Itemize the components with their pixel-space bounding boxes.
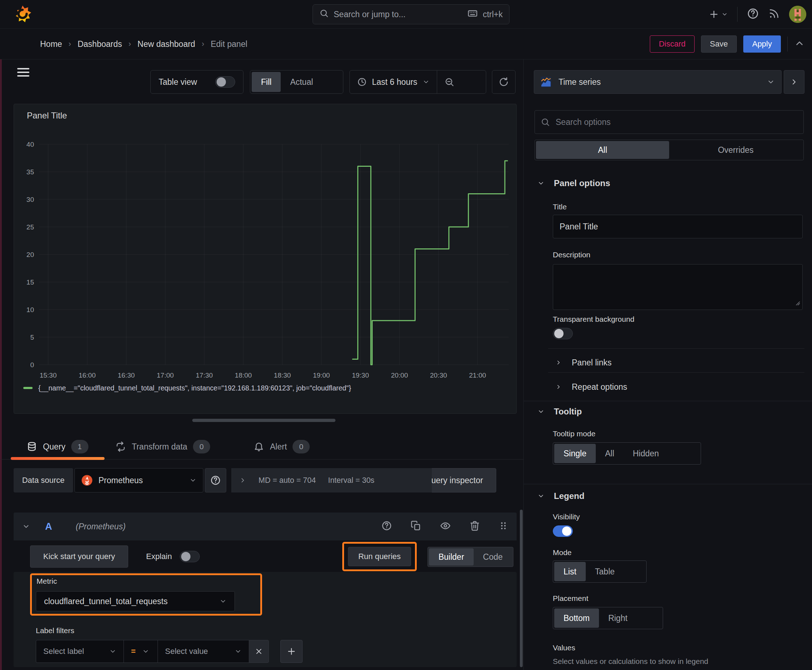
svg-text:17:30: 17:30: [196, 372, 213, 379]
legend-values-hint: Select values or calculations to show in…: [553, 657, 708, 666]
legend-mode-group: List Table: [553, 560, 647, 583]
breadcrumb-new-dashboard[interactable]: New dashboard: [137, 39, 195, 49]
select-value-dropdown[interactable]: Select value: [158, 640, 249, 663]
query-row-header[interactable]: A (Prometheus): [14, 513, 517, 540]
save-button[interactable]: Save: [701, 36, 737, 52]
time-range-label: Last 6 hours: [372, 77, 417, 87]
tab-all[interactable]: All: [536, 141, 669, 159]
panel-links-section-header[interactable]: Panel links: [555, 353, 612, 372]
legend-mode-list[interactable]: List: [554, 562, 586, 581]
fill-option[interactable]: Fill: [252, 72, 281, 92]
table-view-toggle[interactable]: [215, 76, 235, 88]
tooltip-mode-hidden[interactable]: Hidden: [624, 444, 668, 463]
chevron-down-icon: [537, 492, 544, 500]
tab-transform-data[interactable]: Transform data 0: [115, 434, 210, 460]
tab-transform-label: Transform data: [132, 442, 187, 452]
remove-filter-button[interactable]: [249, 640, 269, 663]
svg-text:15:30: 15:30: [40, 372, 57, 379]
actual-option[interactable]: Actual: [281, 72, 322, 92]
tab-overrides[interactable]: Overrides: [669, 141, 802, 159]
kick-start-query-button[interactable]: Kick start your query: [30, 545, 128, 568]
query-options-summary[interactable]: MD = auto = 704 Interval = 30s: [231, 468, 432, 492]
legend-section-header[interactable]: Legend: [537, 491, 584, 501]
explain-toggle[interactable]: [180, 551, 200, 562]
query-datasource-name: (Prometheus): [76, 522, 125, 531]
panel-links-label: Panel links: [572, 358, 612, 367]
explain-control: Explain: [146, 545, 200, 568]
global-search-input[interactable]: Search or jump to... ctrl+k: [312, 4, 509, 24]
datasource-label: Data source: [14, 468, 73, 492]
query-editor-body: Metric cloudflared_tunnel_total_requests…: [14, 572, 517, 667]
drag-query-handle[interactable]: [499, 520, 508, 533]
description-textarea[interactable]: [553, 264, 803, 310]
time-range-control: Last 6 hours: [349, 70, 486, 94]
label-filters-label: Label filters: [36, 626, 74, 635]
prometheus-icon: [81, 475, 93, 486]
operator-dropdown[interactable]: =: [124, 640, 158, 663]
breadcrumb-separator: ›: [202, 39, 204, 49]
time-range-picker[interactable]: Last 6 hours: [350, 71, 437, 93]
transparent-background-toggle[interactable]: [553, 328, 573, 339]
scrollbar-thumb[interactable]: [520, 510, 523, 667]
legend-mode-table[interactable]: Table: [586, 562, 624, 581]
label-filter-row: Select label = Select value: [36, 640, 303, 663]
repeat-options-section-header[interactable]: Repeat options: [555, 377, 627, 397]
tooltip-mode-all[interactable]: All: [596, 444, 624, 463]
disable-query-button[interactable]: [440, 520, 451, 533]
grafana-logo-icon[interactable]: [13, 5, 32, 24]
tooltip-section-header[interactable]: Tooltip: [537, 406, 582, 416]
breadcrumb-home[interactable]: Home: [40, 39, 62, 49]
editor-resize-handle[interactable]: [192, 419, 336, 422]
search-icon: [319, 8, 329, 20]
panel-options-section-header[interactable]: Panel options: [537, 178, 610, 188]
datasource-help-button[interactable]: [205, 468, 226, 492]
screen-edge-strip: [0, 0, 2, 670]
apply-button[interactable]: Apply: [743, 36, 781, 52]
news-rss-button[interactable]: [768, 8, 780, 21]
collapse-header-button[interactable]: [794, 38, 805, 50]
user-avatar[interactable]: [789, 6, 806, 23]
code-option[interactable]: Code: [474, 548, 512, 565]
options-search-field[interactable]: [534, 110, 804, 134]
tooltip-mode-single[interactable]: Single: [554, 444, 596, 463]
duplicate-query-button[interactable]: [411, 520, 421, 533]
chevron-right-icon: [555, 359, 562, 366]
textarea-resize-grip[interactable]: [793, 298, 801, 308]
builder-code-group: Builder Code: [427, 547, 514, 567]
discard-button[interactable]: Discard: [650, 36, 695, 52]
legend-placement-right[interactable]: Right: [599, 608, 637, 628]
time-series-chart-canvas[interactable]: 051015202530354015:3016:0016:3017:0017:3…: [14, 104, 517, 391]
help-button[interactable]: [747, 7, 759, 21]
menu-toggle-button[interactable]: [17, 66, 31, 80]
run-queries-button[interactable]: Run queries: [348, 547, 411, 566]
select-label-dropdown[interactable]: Select label: [36, 640, 124, 663]
zoom-out-time-button[interactable]: [437, 71, 461, 93]
refresh-button[interactable]: [492, 70, 515, 94]
svg-text:10: 10: [27, 306, 34, 313]
panel-options-title: Panel options: [554, 178, 610, 188]
visualization-picker[interactable]: Time series: [534, 70, 781, 94]
table-view-label: Table view: [159, 77, 197, 87]
legend-placement-label: Placement: [553, 594, 588, 603]
collapse-options-pane-button[interactable]: [784, 70, 805, 94]
delete-query-button[interactable]: [470, 520, 480, 533]
chevron-down-icon: [190, 477, 197, 484]
breadcrumb-dashboards[interactable]: Dashboards: [78, 39, 122, 49]
add-filter-button[interactable]: [280, 640, 303, 663]
legend-placement-bottom[interactable]: Bottom: [554, 608, 599, 628]
legend-series-label[interactable]: {__name__="cloudflared_tunnel_total_requ…: [38, 384, 351, 392]
chevron-down-icon: [422, 78, 430, 86]
query-help-button[interactable]: [381, 520, 392, 533]
builder-option[interactable]: Builder: [429, 548, 474, 565]
svg-text:19:00: 19:00: [313, 372, 330, 379]
tab-query[interactable]: Query 1: [27, 434, 88, 460]
panel-preview-card: Panel Title 051015202530354015:3016:0016…: [14, 104, 517, 414]
options-search-input[interactable]: [556, 117, 770, 127]
chart-legend: {__name__="cloudflared_tunnel_total_requ…: [23, 384, 351, 392]
tooltip-mode-group: Single All Hidden: [553, 442, 701, 465]
tab-alert[interactable]: Alert 0: [253, 434, 310, 460]
datasource-picker[interactable]: Prometheus: [75, 468, 203, 492]
panel-title-input[interactable]: [553, 215, 803, 239]
legend-visibility-toggle[interactable]: [553, 525, 573, 537]
new-menu-button[interactable]: [709, 9, 728, 20]
